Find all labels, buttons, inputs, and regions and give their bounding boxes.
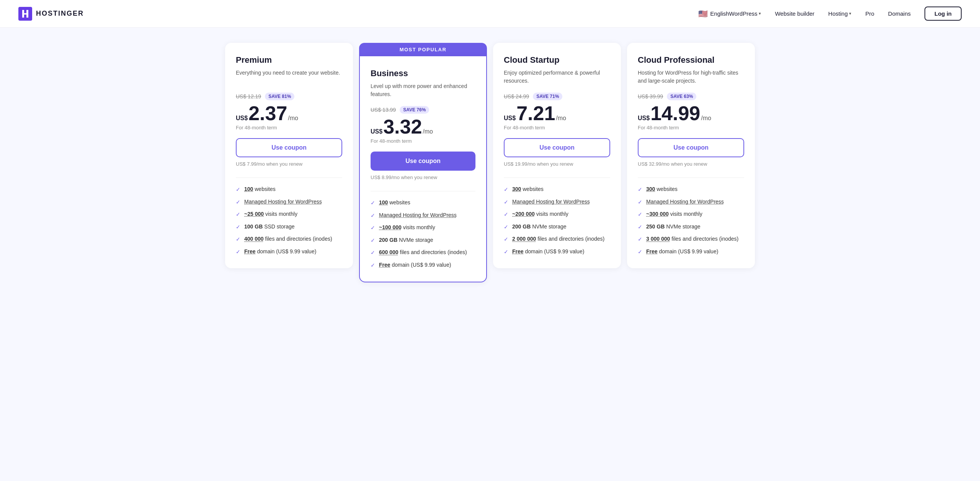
- check-icon: ✓: [638, 236, 642, 243]
- feature-text: Free domain (US$ 9.99 value): [379, 261, 451, 269]
- plan-desc-premium: Everything you need to create your websi…: [236, 69, 342, 85]
- renew-price-business: US$ 8.99/mo when you renew: [371, 174, 475, 180]
- feature-rest: files and directories (inodes): [399, 249, 467, 255]
- price-amount-cloud-professional: 14.99: [650, 103, 700, 123]
- feature-item: ✓300 websites: [638, 186, 744, 194]
- feature-item: ✓600 000 files and directories (inodes): [371, 249, 475, 257]
- feature-text: Free domain (US$ 9.99 value): [244, 248, 316, 256]
- check-icon: ✓: [504, 186, 508, 194]
- feature-bold: 400 000: [244, 236, 264, 242]
- nav-wordpress[interactable]: WordPress ▾: [729, 10, 761, 17]
- feature-rest: SSD storage: [263, 223, 294, 230]
- feature-rest: NVMe storage: [531, 223, 566, 230]
- feature-rest: websites: [253, 186, 275, 192]
- check-icon: ✓: [504, 236, 508, 243]
- price-amount-business: 3.32: [383, 117, 422, 137]
- chevron-down-icon: ▾: [849, 11, 851, 16]
- feature-bold: Free: [379, 262, 390, 268]
- feature-item: ✓Free domain (US$ 9.99 value): [504, 248, 610, 256]
- feature-text: ~300 000 visits monthly: [646, 210, 702, 218]
- price-amount-premium: 2.37: [248, 103, 287, 123]
- feature-bold: Free: [244, 248, 256, 254]
- use-coupon-button-cloud-startup[interactable]: Use coupon: [504, 138, 610, 157]
- logo[interactable]: HOSTINGER: [18, 7, 84, 21]
- check-icon: ✓: [371, 199, 375, 207]
- feature-bold: 2 000 000: [512, 236, 536, 242]
- price-currency-premium: US$: [236, 115, 248, 122]
- plan-card-business: BusinessLevel up with more power and enh…: [359, 56, 487, 282]
- language-selector[interactable]: 🇺🇸 English: [698, 9, 729, 18]
- feature-rest: Managed Hosting for WordPress: [512, 199, 590, 205]
- feature-text: Free domain (US$ 9.99 value): [512, 248, 584, 256]
- plan-wrapper-cloud-startup: Cloud StartupEnjoy optimized performance…: [490, 43, 624, 268]
- feature-text: 250 GB NVMe storage: [646, 223, 701, 231]
- feature-bold: 250 GB: [646, 223, 665, 230]
- current-price-premium: US$2.37/mo: [236, 103, 342, 123]
- feature-rest: Managed Hosting for WordPress: [646, 199, 724, 205]
- hostinger-logo-icon: [18, 7, 32, 21]
- price-currency-cloud-startup: US$: [504, 115, 516, 122]
- feature-text: 200 GB NVMe storage: [512, 223, 567, 231]
- price-mo-premium: /mo: [288, 115, 298, 122]
- feature-text: 400 000 files and directories (inodes): [244, 235, 332, 243]
- feature-item: ✓2 000 000 files and directories (inodes…: [504, 235, 610, 243]
- check-icon: ✓: [638, 186, 642, 194]
- plan-name-cloud-startup: Cloud Startup: [504, 55, 610, 65]
- feature-text: 100 websites: [244, 186, 276, 193]
- feature-bold: 600 000: [379, 249, 399, 255]
- feature-bold: 300: [512, 186, 521, 192]
- feature-bold: 200 GB: [379, 237, 397, 243]
- feature-item: ✓200 GB NVMe storage: [504, 223, 610, 231]
- plan-card-premium: PremiumEverything you need to create you…: [225, 43, 353, 268]
- plans-grid: PremiumEverything you need to create you…: [222, 43, 758, 282]
- nav-domains[interactable]: Domains: [888, 10, 911, 17]
- feature-rest: visits monthly: [535, 211, 568, 217]
- plan-wrapper-cloud-professional: Cloud ProfessionalHosting for WordPress …: [624, 43, 758, 268]
- feature-text: 2 000 000 files and directories (inodes): [512, 235, 604, 243]
- feature-item: ✓Managed Hosting for WordPress: [371, 212, 475, 220]
- feature-rest: domain (US$ 9.99 value): [390, 262, 451, 268]
- feature-text: ~200 000 visits monthly: [512, 210, 568, 218]
- feature-text: 600 000 files and directories (inodes): [379, 249, 467, 256]
- plan-divider-premium: [236, 178, 342, 178]
- check-icon: ✓: [638, 248, 642, 256]
- nav-website-builder[interactable]: Website builder: [775, 10, 814, 17]
- plan-desc-business: Level up with more power and enhanced fe…: [371, 82, 475, 98]
- feature-bold: Free: [512, 248, 524, 254]
- price-mo-business: /mo: [423, 128, 433, 135]
- feature-text: ~100 000 visits monthly: [379, 224, 435, 232]
- feature-rest: NVMe storage: [665, 223, 700, 230]
- feature-item: ✓300 websites: [504, 186, 610, 194]
- use-coupon-button-premium[interactable]: Use coupon: [236, 138, 342, 157]
- nav-hosting[interactable]: Hosting ▾: [828, 10, 852, 17]
- feature-item: ✓100 websites: [236, 186, 342, 194]
- check-icon: ✓: [371, 212, 375, 220]
- check-icon: ✓: [236, 186, 240, 194]
- use-coupon-button-cloud-professional[interactable]: Use coupon: [638, 138, 744, 157]
- feature-bold: ~200 000: [512, 211, 535, 217]
- feature-rest: domain (US$ 9.99 value): [256, 248, 317, 254]
- plan-desc-cloud-startup: Enjoy optimized performance & powerful r…: [504, 69, 610, 85]
- use-coupon-button-business[interactable]: Use coupon: [371, 152, 475, 171]
- renew-price-cloud-professional: US$ 32.99/mo when you renew: [638, 161, 744, 167]
- logo-text: HOSTINGER: [36, 10, 84, 18]
- check-icon: ✓: [236, 223, 240, 231]
- original-price-premium: US$ 12.19: [236, 93, 261, 99]
- feature-bold: ~100 000: [379, 224, 402, 230]
- plan-name-business: Business: [371, 68, 475, 78]
- price-row-cloud-professional: US$ 39.99SAVE 63%: [638, 93, 744, 100]
- feature-rest: files and directories (inodes): [264, 236, 332, 242]
- feature-rest: websites: [521, 186, 543, 192]
- navbar: HOSTINGER 🇺🇸 English WordPress ▾ Website…: [0, 0, 980, 28]
- feature-text: Managed Hosting for WordPress: [379, 212, 457, 219]
- feature-item: ✓Free domain (US$ 9.99 value): [638, 248, 744, 256]
- renew-price-premium: US$ 7.99/mo when you renew: [236, 161, 342, 167]
- price-term-business: For 48-month term: [371, 138, 475, 144]
- feature-list-premium: ✓100 websites✓Managed Hosting for WordPr…: [236, 186, 342, 256]
- login-button[interactable]: Log in: [924, 7, 962, 21]
- feature-item: ✓~300 000 visits monthly: [638, 210, 744, 218]
- feature-rest: domain (US$ 9.99 value): [524, 248, 585, 254]
- nav-pro[interactable]: Pro: [865, 10, 874, 17]
- feature-bold: ~300 000: [646, 211, 669, 217]
- feature-rest: NVMe storage: [397, 237, 433, 243]
